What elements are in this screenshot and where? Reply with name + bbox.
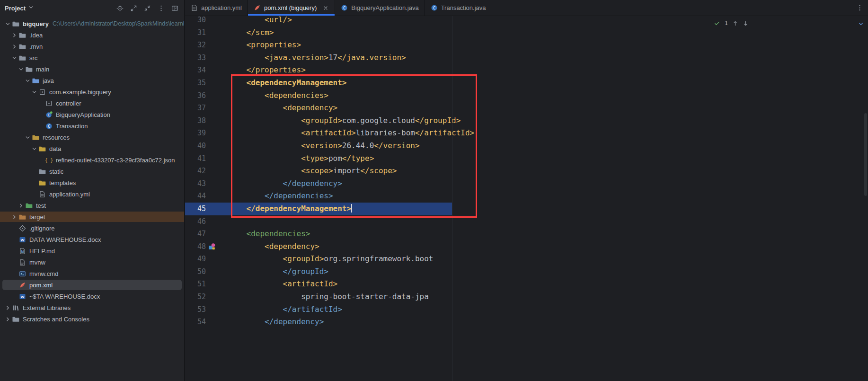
code-line-42[interactable]: 42 <scope>import</scope> (185, 165, 868, 177)
line-number: 47 (185, 228, 206, 240)
line-number: 44 (185, 190, 206, 203)
code-editor[interactable]: 30 <url/>31 </scm>32 <properties>33 <jav… (185, 16, 868, 381)
locate-icon[interactable] (116, 5, 124, 12)
code-line-40[interactable]: 40 <version>26.44.0</version> (185, 140, 868, 152)
tree-item-idea[interactable]: .idea (0, 29, 184, 41)
tree-chevron-down-icon[interactable] (24, 78, 32, 84)
code-line-31[interactable]: 31 </scm> (185, 27, 868, 39)
code-line-38[interactable]: 38 <groupId>com.google.cloud</groupId> (185, 115, 868, 127)
project-panel-header: Project (0, 0, 184, 16)
tree-item-src[interactable]: src (0, 52, 184, 63)
tree-item-mvnw[interactable]: mvnw (0, 257, 184, 268)
tree-item-mvn[interactable]: .mvn (0, 41, 184, 52)
code-line-46[interactable]: 46 (185, 215, 868, 228)
tree-chevron-down-icon[interactable] (24, 134, 32, 141)
tree-item-label: static (49, 168, 63, 175)
code-text: <groupId>org.springframework.boot (228, 253, 433, 266)
tree-item-ta-warehouse-docx[interactable]: W~$TA WAREHOUSE.docx (0, 291, 184, 302)
tree-item-transaction[interactable]: CTransaction (0, 120, 184, 132)
tree-item-pom-xml[interactable]: pom.xml (0, 279, 184, 291)
tree-item-scratches-and-consoles[interactable]: Scratches and Consoles (0, 313, 184, 325)
code-line-43[interactable]: 43 </dependency> (185, 177, 868, 190)
code-token (228, 267, 283, 276)
expand-all-icon[interactable] (130, 5, 137, 12)
code-token (228, 91, 265, 100)
tree-item-refined-outlet-433207-c3-29cf3faa0c72-json[interactable]: { }refined-outlet-433207-c3-29cf3faa0c72… (0, 154, 184, 166)
code-line-45[interactable]: 45 </dependencyManagement> (185, 203, 868, 215)
tree-item-label: mvnw (29, 259, 45, 266)
code-line-32[interactable]: 32 <properties> (185, 39, 868, 52)
close-tab-icon[interactable] (322, 5, 329, 11)
code-line-49[interactable]: 49 <groupId>org.springframework.boot (185, 253, 868, 266)
tree-chevron-right-icon[interactable] (10, 32, 18, 38)
tree-chevron-down-icon[interactable] (30, 146, 38, 152)
code-token: <dependencies> (265, 91, 328, 100)
code-line-50[interactable]: 50 </groupId> (185, 266, 868, 278)
svg-text:C: C (48, 113, 50, 117)
tree-item-templates[interactable]: templates (0, 177, 184, 188)
tree-chevron-right-icon[interactable] (17, 203, 25, 209)
tree-chevron-right-icon[interactable] (10, 214, 18, 220)
tree-item-resources[interactable]: resources (0, 132, 184, 143)
tree-item-java[interactable]: java (0, 75, 184, 86)
code-line-51[interactable]: 51 <artifactId> (185, 278, 868, 291)
tree-item-com-example-bigquery[interactable]: com.example.bigquery (0, 86, 184, 97)
code-line-30[interactable]: 30 <url/> (185, 16, 868, 27)
tab-bigqueryapplication-java[interactable]: CBigqueryApplication.java (335, 0, 425, 16)
tree-item-label: .idea (29, 32, 43, 39)
tree-item-mvnw-cmd[interactable]: mvnw.cmd (0, 268, 184, 279)
tree-item-bigqueryapplication[interactable]: CBigqueryApplication (0, 109, 184, 120)
code-line-33[interactable]: 33 <java.version>17</java.version> (185, 52, 868, 64)
tree-chevron-right-icon[interactable] (10, 44, 18, 50)
scroll-down-chevron-icon[interactable] (858, 20, 864, 27)
tab-application-yml[interactable]: application.yml (185, 0, 248, 16)
code-line-44[interactable]: 44 </dependencies> (185, 190, 868, 203)
gutter-dependency-icon[interactable] (208, 243, 216, 250)
tab-bar-more-icon[interactable] (856, 0, 863, 16)
code-line-41[interactable]: 41 <type>pom</type> (185, 152, 868, 165)
tree-chevron-right-icon[interactable] (4, 305, 12, 311)
code-line-54[interactable]: 54 </dependency> (185, 316, 868, 328)
tree-item-main[interactable]: main (0, 63, 184, 75)
next-problem-arrow-down-icon[interactable] (743, 20, 749, 27)
tree-chevron-down-icon[interactable] (4, 21, 12, 27)
code-line-39[interactable]: 39 <artifactId>libraries-bom</artifactId… (185, 127, 868, 140)
code-token: <dependencyManagement> (247, 78, 347, 87)
code-line-47[interactable]: 47 <dependencies> (185, 228, 868, 240)
project-view-selector[interactable]: Project (5, 4, 34, 12)
hide-panel-icon[interactable] (171, 5, 178, 12)
tree-chevron-down-icon[interactable] (10, 55, 18, 61)
tree-item-gitignore[interactable]: .gitignore (0, 222, 184, 234)
editor-scrollbar[interactable] (864, 113, 867, 196)
more-icon[interactable] (158, 5, 165, 12)
tab-transaction-java[interactable]: CTransaction.java (425, 0, 492, 16)
tree-item-external-libraries[interactable]: External Libraries (0, 302, 184, 313)
tree-item-controller[interactable]: controller (0, 97, 184, 109)
tree-item-static[interactable]: static (0, 166, 184, 177)
code-line-37[interactable]: 37 <dependency> (185, 102, 868, 115)
folder-icon (18, 54, 27, 62)
svg-text:{ }: { } (45, 158, 53, 163)
tree-chevron-down-icon[interactable] (30, 89, 38, 95)
tree-item-bigquery[interactable]: bigqueryC:\Users\Administrator\Desktop\S… (0, 18, 184, 29)
code-line-34[interactable]: 34 </properties> (185, 64, 868, 77)
tree-item-data-warehouse-docx[interactable]: WDATA WAREHOUSE.docx (0, 234, 184, 245)
tree-chevron-right-icon[interactable] (4, 316, 12, 322)
code-token (228, 40, 247, 49)
code-line-52[interactable]: 52 spring-boot-starter-data-jpa (185, 291, 868, 303)
tree-item-data[interactable]: data (0, 143, 184, 154)
tree-chevron-down-icon[interactable] (17, 66, 25, 72)
tree-item-test[interactable]: test (0, 200, 184, 211)
folder-target-icon (18, 213, 27, 221)
code-line-53[interactable]: 53 </artifactId> (185, 303, 868, 316)
prev-problem-arrow-up-icon[interactable] (732, 20, 738, 27)
inspections-widget[interactable]: 1 (714, 20, 749, 27)
code-line-35[interactable]: 35 <dependencyManagement> (185, 77, 868, 89)
tree-item-application-yml[interactable]: application.yml (0, 188, 184, 200)
tab-pom-xml-bigquery[interactable]: pom.xml (bigquery) (248, 0, 335, 16)
tree-item-help-md[interactable]: MHELP.md (0, 245, 184, 257)
code-line-48[interactable]: 48 <dependency> (185, 240, 868, 253)
collapse-all-icon[interactable] (144, 5, 151, 12)
code-line-36[interactable]: 36 <dependencies> (185, 89, 868, 102)
tree-item-target[interactable]: target (0, 211, 184, 222)
